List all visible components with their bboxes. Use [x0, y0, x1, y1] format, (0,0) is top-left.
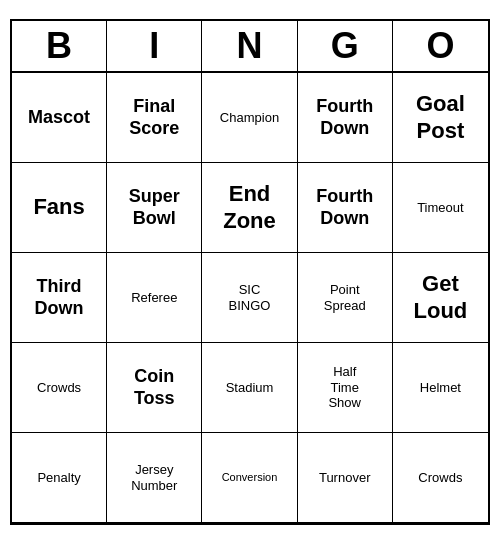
bingo-cell: GoalPost — [393, 73, 488, 163]
cell-text: FourthDown — [316, 186, 373, 229]
bingo-cell: SuperBowl — [107, 163, 202, 253]
bingo-cell: SICBINGO — [202, 253, 297, 343]
header-letter: O — [393, 21, 488, 71]
cell-text: Champion — [220, 110, 279, 126]
cell-text: Conversion — [222, 471, 278, 484]
cell-text: SICBINGO — [229, 282, 271, 313]
bingo-cell: FourthDown — [298, 73, 393, 163]
header-letter: B — [12, 21, 107, 71]
cell-text: JerseyNumber — [131, 462, 177, 493]
bingo-header: BINGO — [12, 21, 488, 73]
cell-text: SuperBowl — [129, 186, 180, 229]
bingo-cell: Turnover — [298, 433, 393, 523]
bingo-cell: Helmet — [393, 343, 488, 433]
cell-text: FinalScore — [129, 96, 179, 139]
cell-text: GoalPost — [416, 91, 465, 144]
cell-text: Crowds — [418, 470, 462, 486]
cell-text: PointSpread — [324, 282, 366, 313]
bingo-cell: FinalScore — [107, 73, 202, 163]
bingo-cell: Conversion — [202, 433, 297, 523]
cell-text: Mascot — [28, 107, 90, 129]
bingo-cell: CoinToss — [107, 343, 202, 433]
bingo-cell: Referee — [107, 253, 202, 343]
bingo-cell: Fans — [12, 163, 107, 253]
bingo-cell: EndZone — [202, 163, 297, 253]
bingo-cell: Crowds — [12, 343, 107, 433]
bingo-cell: Penalty — [12, 433, 107, 523]
cell-text: ThirdDown — [35, 276, 84, 319]
bingo-cell: GetLoud — [393, 253, 488, 343]
bingo-grid: MascotFinalScoreChampionFourthDownGoalPo… — [12, 73, 488, 523]
cell-text: FourthDown — [316, 96, 373, 139]
bingo-cell: ThirdDown — [12, 253, 107, 343]
cell-text: Fans — [33, 194, 84, 220]
bingo-cell: FourthDown — [298, 163, 393, 253]
cell-text: CoinToss — [134, 366, 175, 409]
cell-text: Penalty — [37, 470, 80, 486]
header-letter: G — [298, 21, 393, 71]
bingo-cell: Timeout — [393, 163, 488, 253]
bingo-cell: PointSpread — [298, 253, 393, 343]
bingo-cell: JerseyNumber — [107, 433, 202, 523]
header-letter: I — [107, 21, 202, 71]
bingo-cell: HalfTimeShow — [298, 343, 393, 433]
bingo-cell: Mascot — [12, 73, 107, 163]
cell-text: GetLoud — [414, 271, 468, 324]
cell-text: Timeout — [417, 200, 463, 216]
cell-text: Crowds — [37, 380, 81, 396]
cell-text: Turnover — [319, 470, 371, 486]
cell-text: HalfTimeShow — [328, 364, 361, 411]
bingo-card: BINGO MascotFinalScoreChampionFourthDown… — [10, 19, 490, 525]
cell-text: Helmet — [420, 380, 461, 396]
header-letter: N — [202, 21, 297, 71]
cell-text: EndZone — [223, 181, 276, 234]
cell-text: Stadium — [226, 380, 274, 396]
bingo-cell: Stadium — [202, 343, 297, 433]
bingo-cell: Crowds — [393, 433, 488, 523]
cell-text: Referee — [131, 290, 177, 306]
bingo-cell: Champion — [202, 73, 297, 163]
